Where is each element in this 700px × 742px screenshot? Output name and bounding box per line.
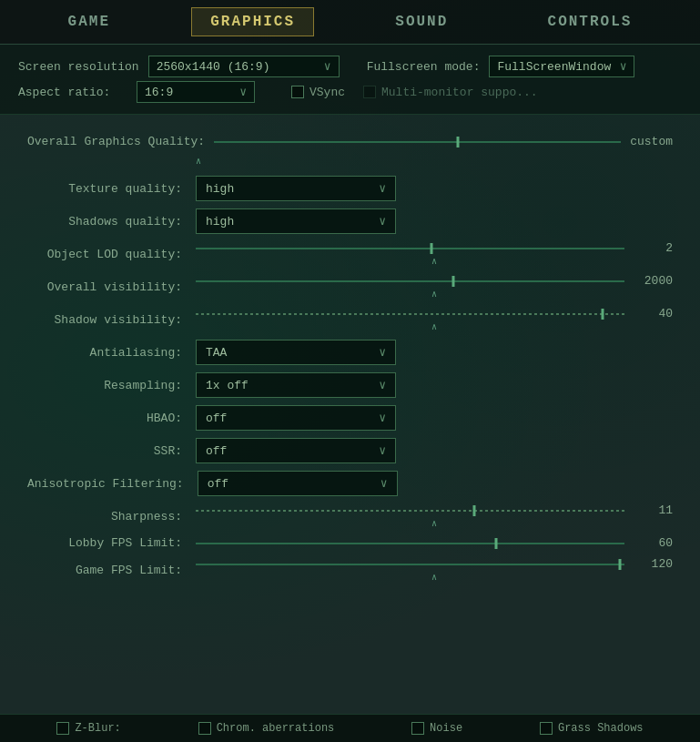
shadow-vis-arrow: ∧: [196, 321, 673, 332]
lobby-fps-label: Lobby FPS Limit:: [27, 536, 196, 550]
vsync-checkbox-row[interactable]: VSync: [291, 86, 345, 99]
shadows-value: high: [206, 215, 234, 229]
hbao-dropdown[interactable]: off ∨: [196, 405, 396, 431]
lobby-fps-row: Lobby FPS Limit: 60: [27, 536, 673, 550]
hbao-label: HBAO:: [27, 412, 196, 425]
texture-dropdown[interactable]: high ∨: [196, 176, 396, 201]
ogq-value: custom: [630, 135, 673, 148]
noise-checkbox-row[interactable]: Noise: [411, 722, 462, 735]
fullscreen-arrow: ∨: [620, 59, 627, 74]
visibility-label: Overall visibility:: [27, 280, 196, 294]
aspect-arrow: ∨: [239, 85, 247, 99]
shadows-dropdown[interactable]: high ∨: [196, 208, 396, 234]
resampling-value: 1x off: [206, 379, 249, 392]
shadow-vis-thumb[interactable]: [602, 309, 604, 320]
lod-label: Object LOD quality:: [27, 248, 196, 261]
lod-arrow: ∧: [196, 256, 673, 267]
sharpness-thumb[interactable]: [473, 505, 476, 516]
fullscreen-dropdown[interactable]: FullScreenWindow ∨: [489, 56, 634, 77]
sharpness-slider[interactable]: [196, 504, 624, 517]
antialiasing-label: Antialiasing:: [27, 346, 196, 360]
game-fps-value: 120: [632, 557, 673, 571]
zblur-checkbox-row[interactable]: Z-Blur:: [56, 722, 120, 735]
visibility-slider[interactable]: [196, 275, 624, 288]
game-fps-row: Game FPS Limit: 120 ∧: [27, 557, 673, 583]
lobby-fps-thumb[interactable]: [494, 538, 497, 549]
grass-checkbox[interactable]: [540, 722, 553, 735]
multimonitor-label: Multi-monitor suppo...: [381, 86, 538, 99]
ogq-thumb[interactable]: [457, 137, 460, 147]
lod-slider[interactable]: [196, 242, 624, 255]
shadow-vis-label: Shadow visibility:: [27, 313, 196, 327]
grass-label: Grass Shadows: [558, 722, 644, 735]
resolution-label: Screen resolution: [18, 60, 139, 74]
tab-game[interactable]: GAME: [50, 8, 128, 36]
visibility-row: Overall visibility: 2000 ∧: [27, 274, 673, 300]
lobby-fps-slider[interactable]: [196, 537, 624, 550]
main-container: GAME GRAPHICS SOUND CONTROLS Screen reso…: [0, 0, 700, 742]
lod-thumb[interactable]: [431, 243, 433, 254]
resolution-arrow: ∨: [324, 59, 331, 74]
ssr-dropdown[interactable]: off ∨: [196, 438, 396, 463]
lod-value: 2: [632, 241, 673, 255]
texture-label: Texture quality:: [27, 182, 196, 196]
zblur-label: Z-Blur:: [75, 722, 120, 735]
sharpness-row: Sharpness: 11 ∧: [27, 503, 673, 529]
nav-tabs: GAME GRAPHICS SOUND CONTROLS: [0, 0, 700, 45]
aniso-arrow: ∨: [380, 476, 388, 491]
ssr-arrow: ∨: [379, 443, 386, 458]
sharpness-arrow: ∧: [196, 518, 673, 529]
zblur-checkbox[interactable]: [56, 722, 69, 735]
antialiasing-row: Antialiasing: TAA ∨: [27, 340, 673, 365]
noise-checkbox[interactable]: [411, 722, 424, 735]
chrom-label: Chrom. aberrations: [217, 722, 335, 735]
aniso-dropdown[interactable]: off ∨: [198, 471, 398, 496]
main-content: Overall Graphics Quality: custom ∧ Textu…: [0, 115, 700, 714]
chrom-checkbox-row[interactable]: Chrom. aberrations: [198, 722, 335, 735]
grass-checkbox-row[interactable]: Grass Shadows: [540, 722, 644, 735]
shadow-vis-value: 40: [632, 307, 673, 320]
vsync-checkbox[interactable]: [291, 86, 304, 98]
visibility-arrow: ∧: [196, 289, 673, 300]
resolution-value: 2560x1440 (16:9): [157, 60, 270, 74]
lod-row: Object LOD quality: 2 ∧: [27, 241, 673, 267]
antialiasing-dropdown[interactable]: TAA ∨: [196, 340, 396, 365]
resampling-row: Resampling: 1x off ∨: [27, 372, 673, 398]
ssr-label: SSR:: [27, 444, 196, 458]
aspect-label: Aspect ratio:: [18, 86, 127, 99]
multimonitor-checkbox: [363, 86, 376, 98]
ogq-arrow: ∧: [196, 157, 201, 167]
aspect-value: 16:9: [145, 86, 173, 99]
ogq-slider[interactable]: [214, 136, 621, 148]
game-fps-slider[interactable]: [196, 558, 624, 571]
tab-controls[interactable]: CONTROLS: [530, 8, 651, 36]
shadows-arrow: ∨: [379, 214, 386, 229]
resampling-arrow: ∨: [379, 378, 386, 392]
resampling-dropdown[interactable]: 1x off ∨: [196, 372, 396, 398]
shadow-vis-row: Shadow visibility: 40 ∧: [27, 307, 673, 332]
fullscreen-value: FullScreenWindow: [497, 60, 611, 74]
visibility-value: 2000: [632, 274, 673, 288]
shadow-vis-slider[interactable]: [196, 308, 624, 320]
top-settings: Screen resolution 2560x1440 (16:9) ∨ Ful…: [0, 45, 700, 115]
texture-value: high: [206, 182, 234, 196]
ogq-row: Overall Graphics Quality: custom: [27, 135, 673, 148]
tab-sound[interactable]: SOUND: [377, 8, 466, 36]
resampling-label: Resampling:: [27, 379, 196, 392]
hbao-arrow: ∨: [379, 411, 386, 425]
antialiasing-arrow: ∨: [379, 345, 386, 360]
fullscreen-label: Fullscreen mode:: [349, 60, 481, 74]
visibility-thumb[interactable]: [451, 276, 454, 287]
chrom-checkbox[interactable]: [198, 722, 211, 735]
tab-graphics[interactable]: GRAPHICS: [191, 7, 314, 36]
shadows-label: Shadows quality:: [27, 215, 196, 229]
ogq-label: Overall Graphics Quality:: [27, 135, 205, 148]
shadows-row: Shadows quality: high ∨: [27, 208, 673, 234]
resolution-dropdown[interactable]: 2560x1440 (16:9) ∨: [148, 56, 340, 77]
game-fps-arrow: ∧: [196, 572, 673, 583]
ssr-value: off: [206, 444, 227, 458]
game-fps-label: Game FPS Limit:: [27, 564, 196, 577]
game-fps-thumb[interactable]: [619, 559, 622, 570]
bottom-bar: Z-Blur: Chrom. aberrations Noise Grass S…: [0, 714, 700, 742]
aspect-dropdown[interactable]: 16:9 ∨: [137, 81, 255, 103]
